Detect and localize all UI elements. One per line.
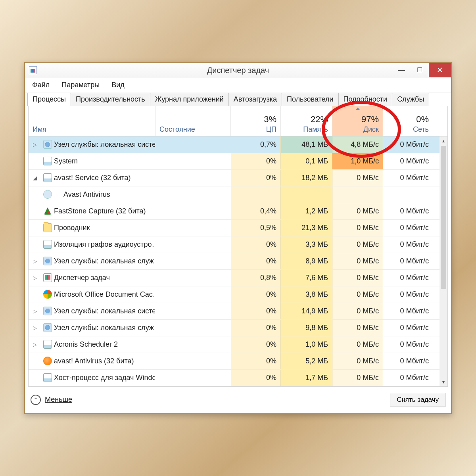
process-disk: 0 МБ/с: [332, 370, 383, 386]
row-expander[interactable]: [29, 220, 41, 236]
process-state: [155, 370, 231, 386]
menu-file[interactable]: Файл: [30, 80, 52, 90]
tab-startup[interactable]: Автозагрузка: [228, 93, 282, 106]
tab-services[interactable]: Службы: [392, 93, 429, 106]
table-row[interactable]: ▷Узел службы: локальная систе…0%14,9 МБ0…: [29, 303, 447, 320]
table-row[interactable]: ▷Acronis Scheduler 20%1,0 МБ0 МБ/с0 Мбит…: [29, 336, 447, 353]
process-state: [155, 303, 231, 319]
row-expander[interactable]: ▷: [29, 336, 41, 353]
fewer-details[interactable]: ⌃ Меньше: [31, 395, 72, 405]
table-row[interactable]: Хост-процесс для задач Windo…0%1,7 МБ0 М…: [29, 370, 447, 386]
vertical-scrollbar[interactable]: ▴ ▾: [440, 136, 447, 386]
table-row[interactable]: ▷Узел службы: локальная служ…0%8,9 МБ0 М…: [29, 253, 447, 270]
row-expander[interactable]: ◢: [29, 170, 41, 186]
process-cpu: 0%: [231, 353, 281, 369]
row-expander[interactable]: ▷: [29, 136, 41, 153]
process-name: Проводник: [54, 220, 155, 236]
cpu-label: ЦП: [266, 125, 276, 134]
table-row[interactable]: Avast Antivirus: [29, 186, 447, 203]
process-network: 0 Мбит/с: [383, 170, 433, 186]
process-icon: [41, 170, 54, 186]
table-row[interactable]: Проводник0,5%21,3 МБ0 МБ/с0 Мбит/с: [29, 220, 447, 236]
process-icon: [41, 220, 54, 236]
tab-processes[interactable]: Процессы: [27, 93, 71, 106]
col-disk[interactable]: 97% Диск: [332, 106, 383, 136]
process-name: avast! Antivirus (32 бита): [54, 353, 155, 369]
process-network: 0 Мбит/с: [383, 270, 433, 286]
process-name: FastStone Capture (32 бита): [54, 203, 155, 219]
row-expander[interactable]: ▷: [29, 253, 41, 269]
tab-performance[interactable]: Производительность: [71, 93, 150, 106]
row-expander[interactable]: [29, 286, 41, 303]
process-icon: [41, 236, 54, 253]
row-expander[interactable]: ▷: [29, 320, 41, 336]
row-expander[interactable]: [29, 203, 41, 219]
row-expander[interactable]: ▷: [29, 303, 41, 319]
task-manager-window: Диспетчер задач — ☐ ✕ Файл Параметры Вид…: [24, 62, 452, 414]
minimize-button[interactable]: —: [392, 63, 411, 77]
table-row[interactable]: System0%0,1 МБ1,0 МБ/с0 Мбит/с: [29, 153, 447, 170]
process-state: [155, 336, 231, 353]
process-state: [155, 186, 231, 203]
sort-indicator-icon: [356, 107, 360, 110]
tab-users[interactable]: Пользователи: [282, 93, 338, 106]
process-state: [155, 153, 231, 169]
scroll-track[interactable]: [440, 145, 447, 378]
process-cpu: 0,5%: [231, 220, 281, 236]
process-network: 0 Мбит/с: [383, 253, 433, 269]
titlebar[interactable]: Диспетчер задач — ☐ ✕: [25, 63, 451, 78]
process-name: avast! Service (32 бита): [54, 170, 155, 186]
row-expander[interactable]: [29, 153, 41, 169]
tab-details[interactable]: Подробности: [338, 93, 393, 106]
process-cpu: 0%: [231, 253, 281, 269]
col-memory[interactable]: 22% Память: [281, 106, 332, 136]
process-name: Диспетчер задач: [54, 270, 155, 286]
table-row[interactable]: ▷Узел службы: локальная систе…0,7%48,1 М…: [29, 136, 447, 153]
process-disk: 0 МБ/с: [332, 286, 383, 303]
end-task-button[interactable]: Снять задачу: [390, 393, 445, 407]
process-disk: 0 МБ/с: [332, 220, 383, 236]
process-table: Имя Состояние 3% ЦП 22% Память 97% Диск …: [28, 106, 448, 387]
col-state[interactable]: Состояние: [155, 106, 231, 136]
table-row[interactable]: avast! Antivirus (32 бита)0%5,2 МБ0 МБ/с…: [29, 353, 447, 370]
process-memory: 7,6 МБ: [281, 270, 332, 286]
process-network: [383, 186, 433, 203]
process-memory: 18,2 МБ: [281, 170, 332, 186]
row-expander[interactable]: [29, 186, 41, 203]
row-expander[interactable]: [29, 353, 41, 369]
close-button[interactable]: ✕: [429, 63, 451, 77]
process-state: [155, 353, 231, 369]
table-row[interactable]: Microsoft Office Document Cac…0%3,8 МБ0 …: [29, 286, 447, 303]
process-state: [155, 220, 231, 236]
tab-app-history[interactable]: Журнал приложений: [150, 93, 229, 106]
process-network: 0 Мбит/с: [383, 320, 433, 336]
table-row[interactable]: ◢avast! Service (32 бита)0%18,2 МБ0 МБ/с…: [29, 170, 447, 186]
process-name: Узел службы: локальная служ…: [54, 320, 155, 336]
table-row[interactable]: ▷Узел службы: локальная служ…0%9,8 МБ0 М…: [29, 320, 447, 336]
process-disk: 0 МБ/с: [332, 336, 383, 353]
col-cpu[interactable]: 3% ЦП: [231, 106, 281, 136]
row-expander[interactable]: [29, 370, 41, 386]
process-memory: 1,0 МБ: [281, 336, 332, 353]
scroll-down-button[interactable]: ▾: [440, 378, 447, 386]
table-row[interactable]: Изоляция графов аудиоустро…0%3,3 МБ0 МБ/…: [29, 236, 447, 253]
row-expander[interactable]: [29, 236, 41, 253]
process-state: [155, 270, 231, 286]
process-memory: 21,3 МБ: [281, 220, 332, 236]
process-network: 0 Мбит/с: [383, 220, 433, 236]
process-disk: 1,0 МБ/с: [332, 153, 383, 169]
row-expander[interactable]: ▷: [29, 270, 41, 286]
process-state: [155, 236, 231, 253]
menu-options[interactable]: Параметры: [59, 80, 102, 90]
process-cpu: 0%: [231, 320, 281, 336]
menu-view[interactable]: Вид: [109, 80, 127, 90]
col-name[interactable]: Имя: [29, 106, 155, 136]
col-name-label: Имя: [33, 125, 46, 134]
scroll-up-button[interactable]: ▴: [440, 136, 447, 145]
maximize-button[interactable]: ☐: [411, 63, 429, 77]
table-row[interactable]: FastStone Capture (32 бита)0,4%1,2 МБ0 М…: [29, 203, 447, 220]
scroll-thumb[interactable]: [441, 146, 446, 289]
process-icon: [41, 353, 54, 369]
col-network[interactable]: 0% Сеть: [383, 106, 433, 136]
table-row[interactable]: ▷Диспетчер задач0,8%7,6 МБ0 МБ/с0 Мбит/с: [29, 270, 447, 286]
